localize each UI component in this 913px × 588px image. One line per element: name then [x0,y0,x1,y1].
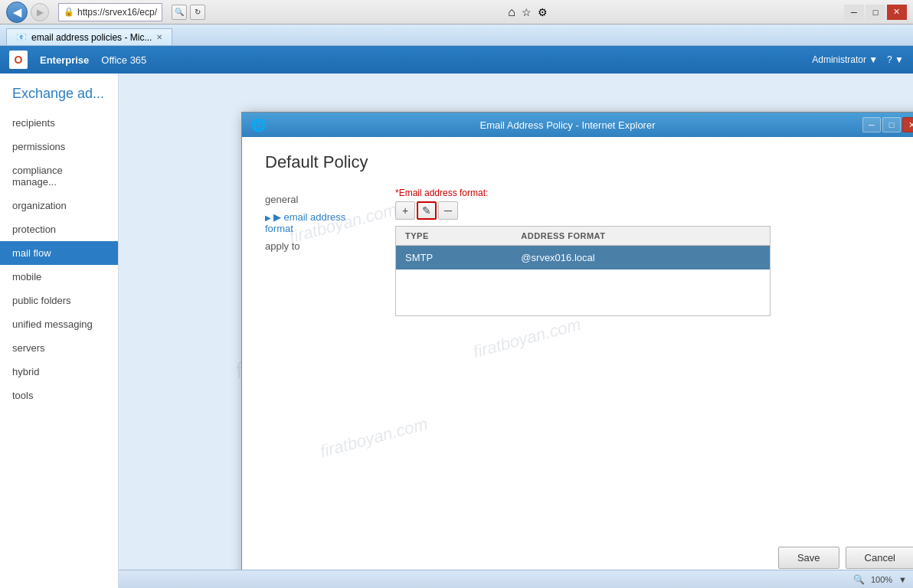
remove-address-button[interactable]: ─ [438,201,458,220]
modal-ie-icon: 🌐 [251,118,267,132]
sidebar-item-hybrid[interactable]: hybrid [0,360,118,384]
email-format-label: *Email address format: [395,188,907,198]
cancel-button[interactable]: Cancel [846,547,913,569]
home-icon[interactable]: ⌂ [508,5,515,19]
sidebar-item-publicfolders[interactable]: public folders [0,289,118,312]
office-nav-enterprise[interactable]: Enterprise [40,54,89,66]
sidebar: Exchange ad... recipients permissions co… [0,74,119,588]
field-label-text: Email address format: [399,188,489,198]
office-bar: O Enterprise Office 365 Administrator ▼ … [0,46,913,74]
sidebar-item-organization[interactable]: organization [0,194,118,217]
browser-minimize-button[interactable]: ─ [844,5,864,20]
browser-titlebar: ◀ ▶ 🔒 https://srvex16/ecp/ 🔍 ↻ ⌂ ☆ ⚙ ─ □… [0,0,913,24]
admin-user-menu[interactable]: Administrator ▼ [812,54,878,65]
modal-nav-general[interactable]: general [265,191,372,208]
cell-format: @srvex016.local [512,246,770,270]
sidebar-item-mobile[interactable]: mobile [0,265,118,289]
refresh-button[interactable]: ↻ [190,5,205,20]
office-logo: O [9,51,28,69]
forward-button[interactable]: ▶ [31,3,49,21]
office-nav-365[interactable]: Office 365 [101,54,146,66]
col-format: ADDRESS FORMAT [512,227,770,246]
table-header-row: TYPE ADDRESS FORMAT [396,227,771,246]
content-area: firatboyan.com firatboyan.com firatboyan… [119,74,913,588]
forward-icon: ▶ [37,7,44,18]
modal-minimize-button[interactable]: ─ [862,117,881,132]
sidebar-item-recipients[interactable]: recipients [0,111,118,135]
table-empty-row [396,270,771,315]
modal-titlebar: 🌐 Email Address Policy - Internet Explor… [242,113,913,137]
address-bar[interactable]: 🔒 https://srvex16/ecp/ [58,3,162,21]
sidebar-item-permissions[interactable]: permissions [0,135,118,158]
sidebar-item-servers[interactable]: servers [0,336,118,360]
main-layout: Exchange ad... recipients permissions co… [0,74,913,588]
sidebar-item-mailflow[interactable]: mail flow [0,241,118,265]
tab-favicon: 📧 [16,32,27,42]
modal-footer: Save Cancel [778,547,913,569]
tab-close-button[interactable]: ✕ [156,33,162,41]
status-bar: 🔍 100% ▼ [119,570,913,588]
table-row[interactable]: SMTP @srvex016.local [396,246,771,270]
modal-dialog: 🌐 Email Address Policy - Internet Explor… [241,112,913,582]
policy-title: Default Policy [265,152,907,172]
search-button[interactable]: 🔍 [172,5,187,20]
modal-nav-emailformat[interactable]: ▶ email address format [265,208,372,237]
help-icon[interactable]: ? ▼ [887,54,904,65]
url-text: https://srvex16/ecp/ [77,7,157,18]
browser-maximize-button[interactable]: □ [866,5,885,20]
modal-watermark-2: firatboyan.com [471,315,583,362]
modal-nav-active-icon: ▶ [273,211,284,223]
browser-tab[interactable]: 📧 email address policies - Mic... ✕ [6,28,172,45]
modal-window-controls: ─ □ ✕ [862,117,913,132]
add-address-button[interactable]: + [395,201,415,220]
sidebar-title: Exchange ad... [0,80,118,111]
browser-nav-controls: ◀ ▶ 🔒 https://srvex16/ecp/ 🔍 ↻ [6,2,205,23]
modal-content: Default Policy firatboyan.com firatboyan… [242,137,913,581]
edit-address-button[interactable]: ✎ [417,201,437,220]
zoom-icon: 🔍 [853,574,865,585]
sidebar-item-compliance[interactable]: compliance manage... [0,158,118,194]
back-button[interactable]: ◀ [6,2,28,23]
save-button[interactable]: Save [778,547,839,569]
modal-close-button[interactable]: ✕ [902,117,913,132]
modal-nav: general ▶ email address format apply to [265,191,372,255]
back-icon: ◀ [13,6,21,18]
browser-window-controls: ─ □ ✕ [844,5,907,20]
zoom-dropdown-icon[interactable]: ▼ [898,575,907,584]
modal-watermark-3: firatboyan.com [318,414,430,462]
tab-bar: 📧 email address policies - Mic... ✕ [0,24,913,46]
modal-title: Email Address Policy - Internet Explorer [273,119,862,131]
modal-right: *Email address format: + ✎ ─ TYPE AD [395,188,907,316]
favorites-icon[interactable]: ☆ [522,6,532,18]
col-type: TYPE [396,227,512,246]
browser-close-button[interactable]: ✕ [887,5,907,20]
address-toolbar: + ✎ ─ [395,201,907,220]
browser-toolbar-right: ⌂ ☆ ⚙ [508,5,548,19]
modal-nav-applyto[interactable]: apply to [265,237,372,255]
cell-type: SMTP [396,246,512,270]
address-table: TYPE ADDRESS FORMAT SMTP @srvex016.local [395,226,771,316]
sidebar-item-unifiedmessaging[interactable]: unified messaging [0,312,118,336]
zoom-level: 100% [871,575,892,584]
sidebar-item-tools[interactable]: tools [0,384,118,407]
lock-icon: 🔒 [64,7,74,17]
sidebar-item-protection[interactable]: protection [0,217,118,241]
modal-maximize-button[interactable]: □ [882,117,901,132]
tab-label: email address policies - Mic... [31,32,152,43]
office-right: Administrator ▼ ? ▼ [812,54,904,65]
settings-icon[interactable]: ⚙ [538,6,548,18]
